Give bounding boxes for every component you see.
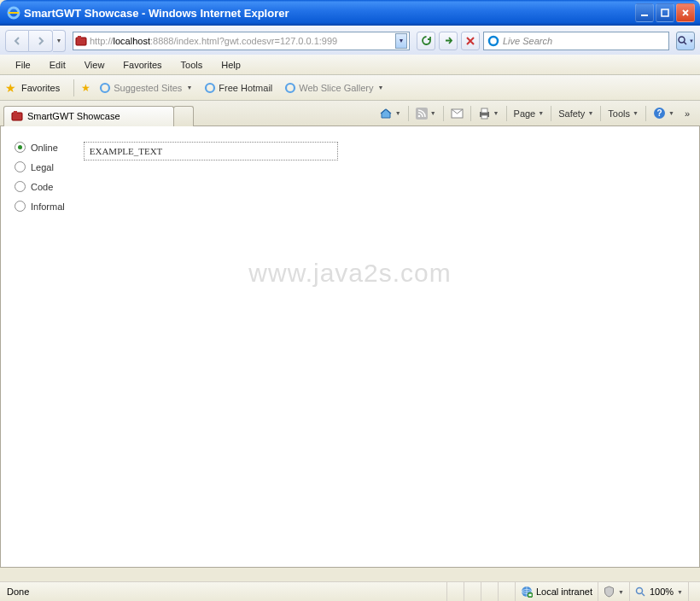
radio-online[interactable]: Online [15,142,65,153]
svg-point-13 [417,114,420,117]
svg-rect-11 [14,111,17,114]
rss-icon [416,108,428,120]
free-hotmail-link[interactable]: Free Hotmail [201,80,276,96]
radio-group: Online Legal Code Informal [15,142,65,212]
zoom-icon [635,586,646,598]
window-titlebar: SmartGWT Showcase - Windows Internet Exp… [0,0,700,26]
search-placeholder: Live Search [503,36,665,46]
watermark-text: www.java2s.com [1,259,699,288]
browser-tab-active[interactable]: SmartGWT Showcase [3,106,174,126]
mail-icon [451,108,464,119]
svg-rect-10 [12,113,22,120]
svg-point-7 [101,84,109,92]
radio-icon [15,181,26,192]
svg-rect-23 [528,594,531,596]
dropdown-icon: ▼ [378,85,384,90]
security-zone[interactable]: Local intranet [515,582,598,601]
help-button[interactable]: ?▼ [650,105,678,121]
radio-icon [15,142,26,153]
protected-mode[interactable]: ▼ [598,582,629,601]
zoom-control[interactable]: 100% ▼ [629,582,688,601]
radio-code[interactable]: Code [15,181,65,192]
favorites-star-icon: ★ [5,81,16,95]
refresh-button[interactable] [417,32,435,50]
svg-rect-17 [481,115,487,119]
more-chevron[interactable]: » [681,108,693,119]
svg-rect-2 [662,9,668,16]
go-button[interactable] [439,32,458,50]
ie-small-icon [99,82,111,94]
radio-legal[interactable]: Legal [15,161,65,172]
new-tab-button[interactable] [173,106,194,126]
svg-rect-3 [76,38,86,45]
close-button[interactable] [676,3,695,22]
menu-edit[interactable]: Edit [41,57,74,73]
feeds-button[interactable]: ▼ [412,106,440,121]
address-bar[interactable]: http://localhost:8888/index.html?gwt.cod… [73,32,410,50]
radio-icon [15,201,26,212]
svg-rect-1 [641,15,648,16]
suggested-sites-link[interactable]: Suggested Sites ▼ [96,80,195,96]
url-text: http://localhost:8888/index.html?gwt.cod… [90,36,393,46]
menu-help[interactable]: Help [213,57,249,73]
page-menu[interactable]: Page▼ [510,107,548,120]
example-text-input[interactable]: EXAMPLE_TEXT [84,142,338,160]
bing-icon [487,35,499,47]
svg-point-5 [489,37,498,45]
menu-favorites[interactable]: Favorites [114,57,170,73]
svg-rect-4 [78,36,81,38]
ie-small-icon [284,82,296,94]
dropdown-icon: ▼ [186,85,192,90]
resize-grip[interactable] [688,582,700,601]
ie-small-icon [204,82,216,94]
maximize-button[interactable] [656,3,674,22]
menu-file[interactable]: File [7,57,39,73]
mail-button[interactable] [447,107,467,120]
web-slice-link[interactable]: Web Slice Gallery ▼ [281,80,387,96]
svg-rect-16 [481,108,487,113]
radio-icon [15,161,26,172]
url-dropdown[interactable]: ▼ [395,33,407,49]
search-go-button[interactable]: ▼ [676,32,695,50]
radio-informal[interactable]: Informal [15,201,65,212]
svg-point-6 [679,37,685,43]
nav-history-dropdown[interactable]: ▼ [53,30,66,52]
add-favorite-icon[interactable]: ★ [81,82,90,94]
back-button[interactable] [5,30,29,52]
svg-point-24 [636,587,642,593]
minimize-button[interactable] [635,3,654,22]
separator [73,79,74,96]
tab-title: SmartGWT Showcase [27,111,120,121]
search-bar[interactable]: Live Search [483,32,669,50]
ie-icon [7,6,20,20]
safety-menu[interactable]: Safety▼ [555,107,597,120]
navigation-bar: ▼ http://localhost:8888/index.html?gwt.c… [0,26,700,55]
forward-button[interactable] [29,30,53,52]
menu-bar: File Edit View Favorites Tools Help [0,55,700,75]
tab-favicon [11,110,23,122]
help-icon: ? [653,107,666,120]
favorites-bar: ★ Favorites ★ Suggested Sites ▼ Free Hot… [0,75,700,101]
svg-point-8 [206,84,214,92]
status-text: Done [0,586,36,597]
home-icon [379,107,393,120]
globe-icon [521,586,533,598]
print-icon [478,108,491,120]
window-title: SmartGWT Showcase - Windows Internet Exp… [24,7,635,20]
favorites-label[interactable]: Favorites [21,83,60,93]
tools-menu[interactable]: Tools▼ [604,107,642,120]
stop-button[interactable] [461,32,480,50]
home-button[interactable]: ▼ [376,105,405,122]
tab-bar: SmartGWT Showcase ▼ ▼ ▼ Page▼ Safety▼ To… [0,101,700,126]
menu-view[interactable]: View [76,57,114,73]
menu-tools[interactable]: Tools [172,57,212,73]
page-content: Online Legal Code Informal EXAMPLE_TEXT … [0,126,700,568]
page-favicon [75,35,87,47]
status-bar: Done Local intranet ▼ 100% ▼ [0,581,700,601]
print-button[interactable]: ▼ [475,106,503,121]
svg-text:?: ? [656,108,662,118]
svg-point-9 [286,84,295,92]
shield-icon [604,586,615,598]
